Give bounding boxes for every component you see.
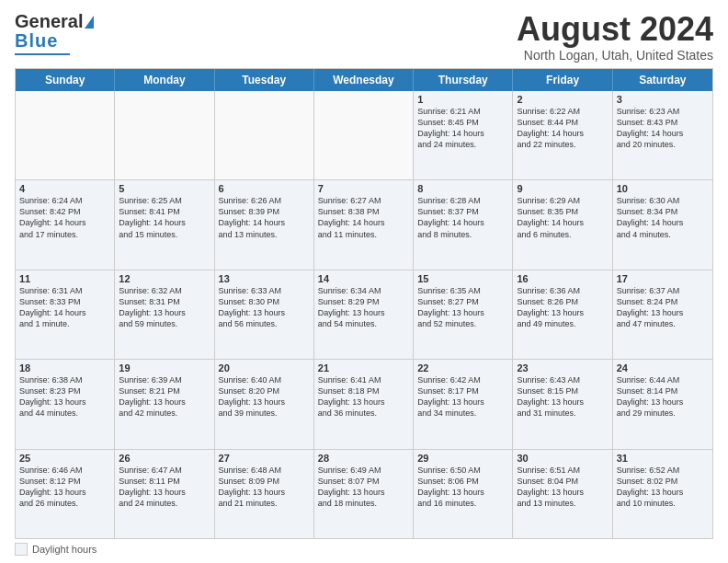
weekday-header-sunday: Sunday [16,69,115,91]
day-number: 29 [417,453,508,464]
day-info: Sunrise: 6:27 AMSunset: 8:38 PMDaylight:… [318,195,409,240]
day-info: Sunrise: 6:24 AMSunset: 8:42 PMDaylight:… [19,195,110,240]
title-section: August 2024 North Logan, Utah, United St… [517,11,713,63]
day-info: Sunrise: 6:31 AMSunset: 8:33 PMDaylight:… [19,285,110,330]
day-number: 31 [617,453,709,464]
day-info: Sunrise: 6:37 AMSunset: 8:24 PMDaylight:… [617,285,709,330]
logo: General Blue [15,11,94,55]
day-number: 10 [617,183,709,194]
day-info: Sunrise: 6:48 AMSunset: 8:09 PMDaylight:… [219,465,310,510]
calendar-cell: 10Sunrise: 6:30 AMSunset: 8:34 PMDayligh… [613,180,712,269]
calendar-cell: 6Sunrise: 6:26 AMSunset: 8:39 PMDaylight… [215,180,314,269]
calendar-cell: 21Sunrise: 6:41 AMSunset: 8:18 PMDayligh… [314,360,414,448]
calendar-cell: 7Sunrise: 6:27 AMSunset: 8:38 PMDaylight… [314,180,414,269]
calendar-cell [215,91,314,179]
day-number: 20 [219,362,310,373]
calendar-cell: 19Sunrise: 6:39 AMSunset: 8:21 PMDayligh… [115,360,214,448]
day-info: Sunrise: 6:30 AMSunset: 8:34 PMDaylight:… [617,195,709,240]
day-number: 14 [318,273,409,284]
calendar-cell: 24Sunrise: 6:44 AMSunset: 8:14 PMDayligh… [613,360,712,448]
calendar-cell: 9Sunrise: 6:29 AMSunset: 8:35 PMDaylight… [513,180,612,269]
day-number: 26 [119,453,210,464]
day-number: 11 [19,273,110,284]
daylight-label: Daylight hours [32,544,97,555]
day-info: Sunrise: 6:33 AMSunset: 8:30 PMDaylight:… [219,285,310,330]
day-info: Sunrise: 6:29 AMSunset: 8:35 PMDaylight:… [517,195,608,240]
logo-triangle-icon [85,16,94,29]
day-number: 27 [219,453,310,464]
calendar-row-1: 1Sunrise: 6:21 AMSunset: 8:45 PMDaylight… [16,91,712,180]
calendar-cell: 18Sunrise: 6:38 AMSunset: 8:23 PMDayligh… [16,360,115,448]
day-info: Sunrise: 6:40 AMSunset: 8:20 PMDaylight:… [219,374,310,419]
day-info: Sunrise: 6:23 AMSunset: 8:43 PMDaylight:… [617,106,709,151]
day-number: 4 [19,183,110,194]
day-info: Sunrise: 6:39 AMSunset: 8:21 PMDaylight:… [119,374,210,419]
calendar-cell [115,91,214,179]
calendar-cell: 14Sunrise: 6:34 AMSunset: 8:29 PMDayligh… [314,270,414,359]
daylight-box-icon [15,543,28,556]
calendar-cell: 17Sunrise: 6:37 AMSunset: 8:24 PMDayligh… [613,270,712,359]
day-number: 28 [318,453,409,464]
page: General Blue August 2024 North Logan, Ut… [0,0,728,563]
day-number: 18 [19,362,110,373]
calendar-cell: 2Sunrise: 6:22 AMSunset: 8:44 PMDaylight… [513,91,612,179]
day-info: Sunrise: 6:41 AMSunset: 8:18 PMDaylight:… [318,374,409,419]
day-number: 21 [318,362,409,373]
day-number: 16 [517,273,608,284]
subtitle: North Logan, Utah, United States [517,48,713,63]
day-info: Sunrise: 6:26 AMSunset: 8:39 PMDaylight:… [219,195,310,240]
day-info: Sunrise: 6:52 AMSunset: 8:02 PMDaylight:… [617,465,709,510]
footer: Daylight hours [15,539,713,556]
day-info: Sunrise: 6:42 AMSunset: 8:17 PMDaylight:… [417,374,508,419]
day-number: 25 [19,453,110,464]
day-number: 7 [318,183,409,194]
calendar-body: 1Sunrise: 6:21 AMSunset: 8:45 PMDaylight… [16,91,712,538]
day-number: 5 [119,183,210,194]
weekday-header-wednesday: Wednesday [314,69,414,91]
calendar-row-3: 11Sunrise: 6:31 AMSunset: 8:33 PMDayligh… [16,270,712,360]
calendar-cell: 23Sunrise: 6:43 AMSunset: 8:15 PMDayligh… [513,360,612,448]
logo-blue: Blue [15,30,58,52]
day-info: Sunrise: 6:50 AMSunset: 8:06 PMDaylight:… [417,465,508,510]
day-info: Sunrise: 6:43 AMSunset: 8:15 PMDaylight:… [517,374,608,419]
logo-general: General [15,11,83,32]
day-number: 19 [119,362,210,373]
calendar-cell: 31Sunrise: 6:52 AMSunset: 8:02 PMDayligh… [613,450,712,538]
day-number: 23 [517,362,608,373]
day-info: Sunrise: 6:51 AMSunset: 8:04 PMDaylight:… [517,465,608,510]
calendar-row-2: 4Sunrise: 6:24 AMSunset: 8:42 PMDaylight… [16,180,712,270]
day-info: Sunrise: 6:46 AMSunset: 8:12 PMDaylight:… [19,465,110,510]
calendar-header: SundayMondayTuesdayWednesdayThursdayFrid… [16,69,712,91]
calendar-cell: 28Sunrise: 6:49 AMSunset: 8:07 PMDayligh… [314,450,414,538]
calendar-cell: 11Sunrise: 6:31 AMSunset: 8:33 PMDayligh… [16,270,115,359]
calendar-cell [314,91,414,179]
day-number: 8 [417,183,508,194]
header: General Blue August 2024 North Logan, Ut… [15,11,713,63]
day-info: Sunrise: 6:22 AMSunset: 8:44 PMDaylight:… [517,106,608,151]
day-number: 9 [517,183,608,194]
day-info: Sunrise: 6:34 AMSunset: 8:29 PMDaylight:… [318,285,409,330]
day-number: 2 [517,94,608,105]
calendar-cell: 15Sunrise: 6:35 AMSunset: 8:27 PMDayligh… [414,270,513,359]
logo-underline [15,53,70,55]
day-info: Sunrise: 6:25 AMSunset: 8:41 PMDaylight:… [119,195,210,240]
calendar-cell: 12Sunrise: 6:32 AMSunset: 8:31 PMDayligh… [115,270,214,359]
calendar-cell: 5Sunrise: 6:25 AMSunset: 8:41 PMDaylight… [115,180,214,269]
day-info: Sunrise: 6:47 AMSunset: 8:11 PMDaylight:… [119,465,210,510]
calendar-cell: 8Sunrise: 6:28 AMSunset: 8:37 PMDaylight… [414,180,513,269]
calendar-cell [16,91,115,179]
day-number: 17 [617,273,709,284]
day-info: Sunrise: 6:44 AMSunset: 8:14 PMDaylight:… [617,374,709,419]
calendar-cell: 25Sunrise: 6:46 AMSunset: 8:12 PMDayligh… [16,450,115,538]
calendar-cell: 16Sunrise: 6:36 AMSunset: 8:26 PMDayligh… [513,270,612,359]
weekday-header-tuesday: Tuesday [215,69,314,91]
calendar-cell: 20Sunrise: 6:40 AMSunset: 8:20 PMDayligh… [215,360,314,448]
calendar: SundayMondayTuesdayWednesdayThursdayFrid… [15,68,713,539]
day-number: 24 [617,362,709,373]
day-info: Sunrise: 6:32 AMSunset: 8:31 PMDaylight:… [119,285,210,330]
calendar-cell: 1Sunrise: 6:21 AMSunset: 8:45 PMDaylight… [414,91,513,179]
weekday-header-friday: Friday [513,69,612,91]
calendar-cell: 22Sunrise: 6:42 AMSunset: 8:17 PMDayligh… [414,360,513,448]
calendar-row-5: 25Sunrise: 6:46 AMSunset: 8:12 PMDayligh… [16,450,712,538]
weekday-header-thursday: Thursday [414,69,513,91]
